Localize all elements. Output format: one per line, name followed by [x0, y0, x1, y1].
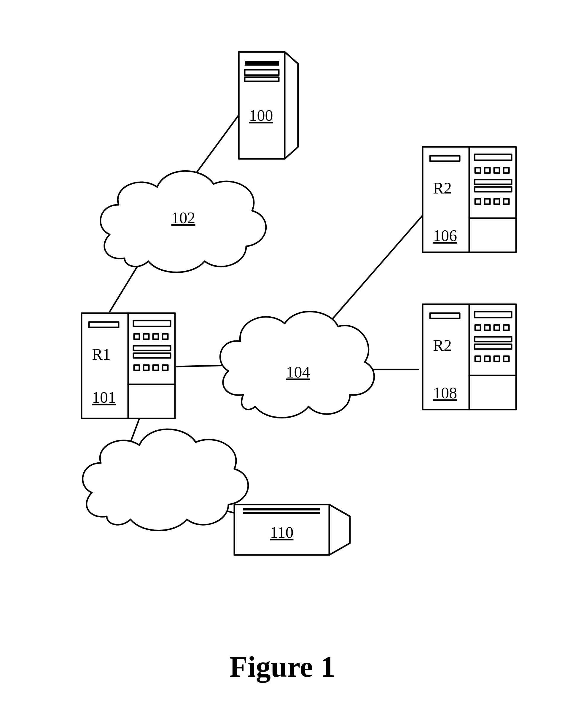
svg-rect-24 [474, 154, 512, 160]
rack-r1-label: 101 [92, 388, 116, 406]
rack-r2-lower-name: R2 [433, 337, 452, 354]
cloud-104: 104 [220, 312, 374, 418]
rack-r2-lower-label: 108 [433, 384, 457, 402]
svg-rect-3 [245, 70, 279, 75]
svg-rect-53 [243, 512, 320, 514]
cloud-102-label: 102 [172, 209, 196, 227]
cloud-bottom-left [83, 429, 248, 530]
rack-r1-name: R1 [92, 345, 111, 363]
cloud-104-label: 104 [286, 363, 310, 381]
link-r1-cloud3 [131, 418, 139, 442]
rack-r2-upper-label: 106 [433, 227, 457, 245]
svg-rect-29 [474, 180, 512, 184]
server-100-label: 100 [249, 107, 273, 124]
svg-rect-14 [134, 346, 171, 350]
rack-r2-upper: R2 106 [423, 147, 516, 252]
rack-r2-upper-name: R2 [433, 179, 452, 197]
device-110: 110 [234, 505, 350, 555]
svg-rect-44 [474, 337, 512, 342]
svg-rect-52 [243, 508, 320, 510]
svg-rect-39 [474, 312, 512, 318]
svg-rect-30 [474, 187, 512, 192]
svg-rect-45 [474, 344, 512, 349]
device-110-label: 110 [270, 524, 293, 541]
cloud-102: 102 [101, 171, 266, 272]
svg-rect-15 [134, 353, 171, 358]
server-100: 100 [239, 52, 298, 159]
rack-r2-lower: R2 108 [423, 304, 516, 410]
svg-rect-2 [245, 61, 279, 66]
svg-rect-9 [134, 321, 171, 326]
svg-rect-4 [245, 77, 279, 81]
figure-caption: Figure 1 [230, 650, 335, 683]
link-104-r2upper [323, 214, 424, 329]
figure-1-diagram: 100 102 104 [0, 0, 565, 728]
rack-r1: R1 101 [82, 313, 175, 418]
